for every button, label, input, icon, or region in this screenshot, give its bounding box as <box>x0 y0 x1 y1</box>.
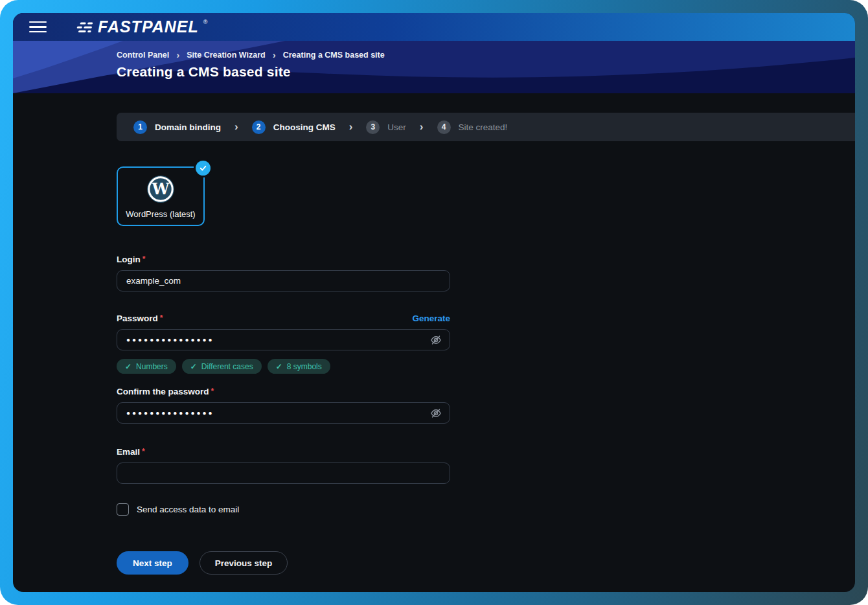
breadcrumb: Control Panel › Site Creation Wizard › C… <box>117 51 855 60</box>
password-rule-badge: ✓ 8 symbols <box>268 359 330 374</box>
login-label: Login* <box>117 255 145 264</box>
email-input[interactable] <box>117 462 450 484</box>
password-rule-label: 8 symbols <box>287 362 322 371</box>
wizard-stepper: 1 Domain binding › 2 Choosing CMS › 3 Us… <box>117 113 855 141</box>
confirm-password-label: Confirm the password* <box>117 387 214 396</box>
page-title: Creating a CMS based site <box>117 64 855 80</box>
outer-frame: FASTPANEL ® Control Panel › Site Creatio… <box>0 0 868 605</box>
login-input[interactable] <box>117 270 450 291</box>
password-rule-label: Numbers <box>136 362 168 371</box>
step-number: 2 <box>252 120 266 134</box>
step-label: Choosing CMS <box>273 122 336 132</box>
previous-step-button[interactable]: Previous step <box>200 551 288 575</box>
check-icon: ✓ <box>190 362 197 371</box>
chevron-right-icon: › <box>273 52 276 58</box>
step-label: Site created! <box>459 122 508 132</box>
check-icon: ✓ <box>125 362 131 371</box>
send-access-checkbox-label: Send access data to email <box>137 505 239 514</box>
cms-card-wordpress[interactable]: W WordPress (latest) <box>117 166 205 226</box>
step-label: Domain binding <box>155 122 221 132</box>
eye-off-icon <box>429 407 442 420</box>
password-rule-badge: ✓ Numbers <box>117 359 176 374</box>
generate-password-link[interactable]: Generate <box>412 314 450 323</box>
step-label: User <box>387 122 406 132</box>
stepper-step-choosing-cms[interactable]: 2 Choosing CMS <box>252 120 336 134</box>
svg-text:W: W <box>152 179 170 198</box>
logo-wordmark: FASTPANEL <box>98 18 199 35</box>
stepper-step-user[interactable]: 3 User <box>366 120 406 134</box>
stepper-step-site-created[interactable]: 4 Site created! <box>437 120 508 134</box>
wordpress-icon: W <box>146 174 176 204</box>
next-step-button[interactable]: Next step <box>117 551 188 575</box>
app-panel: FASTPANEL ® Control Panel › Site Creatio… <box>13 13 855 592</box>
check-icon <box>199 164 207 172</box>
breadcrumb-current-page: Creating a CMS based site <box>283 51 385 60</box>
main-content: 1 Domain binding › 2 Choosing CMS › 3 Us… <box>13 93 855 592</box>
breadcrumb-band: Control Panel › Site Creation Wizard › C… <box>13 41 855 93</box>
send-access-checkbox[interactable] <box>117 503 129 516</box>
chevron-right-icon: › <box>420 124 424 130</box>
step-number: 3 <box>366 120 380 134</box>
required-asterisk: * <box>211 387 214 396</box>
password-rule-label: Different cases <box>201 362 253 371</box>
top-bar: FASTPANEL ® <box>13 13 855 41</box>
toggle-password-visibility-button[interactable] <box>428 405 444 422</box>
password-rules: ✓ Numbers ✓ Different cases ✓ 8 symbols <box>117 359 450 374</box>
password-label: Password* <box>117 314 163 323</box>
cms-card-label: WordPress (latest) <box>126 209 195 219</box>
step-number: 4 <box>437 120 451 134</box>
chevron-right-icon: › <box>176 52 179 58</box>
toggle-password-visibility-button[interactable] <box>428 332 444 348</box>
registered-mark: ® <box>203 19 208 25</box>
menu-icon[interactable] <box>29 21 47 33</box>
eye-off-icon <box>429 334 442 347</box>
step-number: 1 <box>133 120 147 134</box>
chevron-right-icon: › <box>349 124 353 130</box>
equalizer-icon <box>73 20 93 36</box>
chevron-right-icon: › <box>234 124 238 130</box>
required-asterisk: * <box>160 314 163 323</box>
confirm-password-input[interactable] <box>117 402 450 424</box>
selected-check-badge <box>196 161 211 176</box>
fastpanel-logo[interactable]: FASTPANEL ® <box>73 18 207 36</box>
check-icon: ✓ <box>276 362 282 371</box>
stepper-step-domain-binding[interactable]: 1 Domain binding <box>133 120 221 134</box>
breadcrumb-control-panel[interactable]: Control Panel <box>117 51 169 60</box>
required-asterisk: * <box>142 447 145 456</box>
required-asterisk: * <box>143 255 146 264</box>
password-input[interactable] <box>117 329 450 350</box>
breadcrumb-site-creation-wizard[interactable]: Site Creation Wizard <box>187 51 265 60</box>
password-rule-badge: ✓ Different cases <box>182 359 262 374</box>
email-label: Email* <box>117 447 145 457</box>
